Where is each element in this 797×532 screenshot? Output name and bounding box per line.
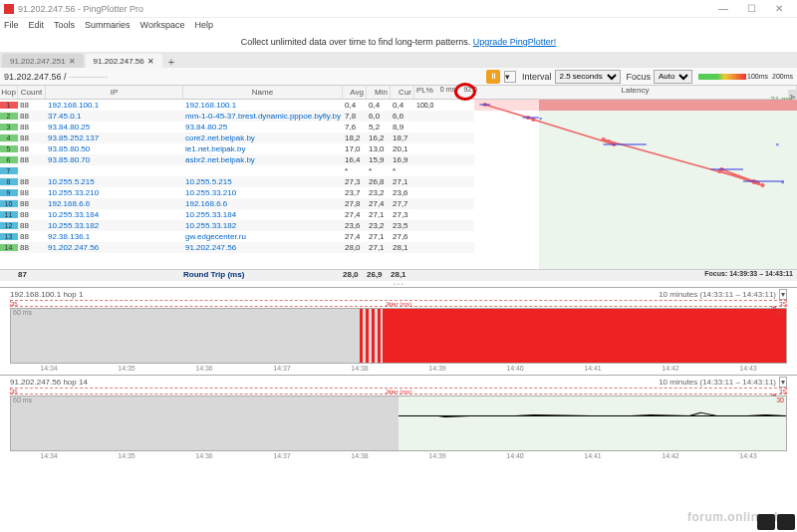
timeline-range: 10 minutes (14:33:11 – 14:43:11)	[659, 290, 776, 299]
target-tabs: 91.202.247.251✕ 91.202.247.56✕ +	[0, 52, 797, 68]
table-row[interactable]: 88810.255.5.21510.255.5.21527,326,827,1	[0, 176, 474, 187]
table-row[interactable]: 98810.255.33.21010.255.33.21023,723,223,…	[0, 187, 474, 198]
menu-bar: File Edit Tools Summaries Workspace Help	[0, 18, 797, 32]
focus-label: Focus	[627, 72, 652, 82]
pause-button[interactable]: ⏸	[486, 70, 500, 84]
timeline-config-button[interactable]: ▾	[779, 289, 787, 300]
table-row[interactable]: 58893.85.80.50ie1.net.belpak.by17,013,02…	[0, 143, 474, 154]
tab-target-2[interactable]: 91.202.247.56✕	[86, 54, 162, 68]
timeline-config-button[interactable]: ▾	[779, 377, 787, 388]
target-address: 91.202.247.56 / -------------	[4, 72, 108, 82]
menu-tools[interactable]: Tools	[54, 20, 75, 30]
col-ip[interactable]: IP	[46, 86, 183, 99]
focus-range: Focus: 14:39:33 – 14:43:11	[704, 270, 793, 277]
table-row[interactable]: 188192.168.100.1192.168.100.10,40,40,410…	[0, 100, 474, 111]
menu-edit[interactable]: Edit	[29, 20, 45, 30]
menu-summaries[interactable]: Summaries	[85, 20, 131, 30]
table-row[interactable]: 138892.38.136.1gw.edgecenter.ru27,427,12…	[0, 231, 474, 242]
promo-bar: Collect unlimited data over time to find…	[0, 32, 797, 52]
grid-header: Hop Count IP Name Avg Min Cur PL% 0 ms 9…	[0, 86, 797, 100]
table-row[interactable]: 1088192.168.6.6192.168.6.627,827,427,7	[0, 198, 474, 209]
tab-target-1[interactable]: 91.202.247.251✕	[2, 54, 84, 68]
settings-dropdown[interactable]: ▾	[504, 71, 516, 83]
timeline-hop-14: 91.202.247.56 hop 14 10 minutes (14:33:1…	[0, 375, 797, 462]
table-row[interactable]: 48893.85.252.137core2.net.belpak.by18,21…	[0, 133, 474, 143]
svg-point-12	[760, 183, 764, 187]
svg-text:×: ×	[781, 178, 785, 185]
table-row[interactable]: 68893.85.80.70asbr2.net.belpak.by16,415,…	[0, 154, 474, 165]
svg-text:×: ×	[775, 140, 779, 147]
table-row[interactable]: 118810.255.33.18410.255.33.18427,427,127…	[0, 209, 474, 220]
timeline-chart-1[interactable]: Latency (ms) Packet Loss % 60 ms 30	[10, 308, 787, 364]
trace-grid: 188192.168.100.1192.168.100.10,40,40,410…	[0, 100, 474, 269]
window-title: 91.202.247.56 - PingPlotter Pro	[18, 4, 709, 14]
interval-label: Interval	[522, 72, 552, 82]
summary-row: 87 Round Trip (ms) 28,0 26,9 28,1 Focus:…	[0, 269, 797, 281]
col-cur[interactable]: Cur	[391, 86, 414, 99]
menu-help[interactable]: Help	[194, 20, 213, 30]
col-hop[interactable]: Hop	[0, 86, 18, 99]
timeline-xaxis: 14:3414:3514:3614:3714:3814:3914:4014:41…	[0, 365, 797, 375]
svg-text:×: ×	[539, 115, 543, 122]
timeline-title: 91.202.247.56 hop 14	[10, 378, 88, 387]
table-row[interactable]: 7***	[0, 165, 474, 176]
minimize-button[interactable]: —	[709, 3, 737, 14]
svg-point-4	[607, 139, 611, 143]
close-icon[interactable]: ✕	[147, 57, 154, 66]
col-min[interactable]: Min	[367, 86, 391, 99]
latency-legend: 100ms 200ms	[698, 73, 793, 80]
table-row[interactable]: 128810.255.33.18210.255.33.18223,623,223…	[0, 220, 474, 231]
table-row[interactable]: 28837.45.0.1mm-1-0-45-37.brest.dynamic.p…	[0, 111, 474, 122]
close-icon[interactable]: ✕	[69, 57, 76, 66]
col-name[interactable]: Name	[183, 86, 343, 99]
col-avg[interactable]: Avg	[343, 86, 367, 99]
interval-select[interactable]: 2.5 seconds	[555, 70, 621, 84]
focus-select[interactable]: Auto	[654, 70, 692, 84]
tray-icon[interactable]	[777, 514, 795, 530]
col-latency[interactable]: Latency31 ms	[474, 86, 797, 99]
svg-point-2	[531, 118, 535, 122]
app-icon	[4, 4, 14, 14]
timeline-title: 192.168.100.1 hop 1	[10, 290, 83, 299]
menu-file[interactable]: File	[4, 20, 19, 30]
timeline-chart-2[interactable]: Latency (ms) Packet Loss % 60 ms 30	[10, 396, 787, 451]
timeline-xaxis: 14:3414:3514:3614:3714:3814:3914:4014:41…	[0, 452, 797, 462]
latency-graph[interactable]: ×××	[474, 100, 797, 269]
svg-point-5	[601, 137, 605, 141]
add-tab-button[interactable]: +	[164, 56, 178, 68]
upgrade-link[interactable]: Upgrade PingPlotter!	[473, 37, 557, 47]
table-row[interactable]: 38893.84.80.2593.84.80.257,65,28,9	[0, 122, 474, 133]
toolbar: 91.202.247.56 / ------------- ⏸ ▾ Interv…	[0, 68, 797, 86]
table-row[interactable]: 148891.202.247.5691.202.247.5628,027,128…	[0, 242, 474, 253]
col-count[interactable]: Count	[18, 86, 46, 99]
system-tray	[757, 514, 795, 530]
timeline-range: 10 minutes (14:33:11 – 14:43:11)	[659, 378, 776, 387]
menu-workspace[interactable]: Workspace	[140, 20, 185, 30]
tray-icon[interactable]	[757, 514, 775, 530]
maximize-button[interactable]: ☐	[737, 3, 765, 14]
round-trip-label: Round Trip (ms)	[183, 270, 343, 281]
col-pl[interactable]: PL% 0 ms 92.0	[414, 86, 474, 99]
timeline-hop-1: 192.168.100.1 hop 1 10 minutes (14:33:11…	[0, 287, 797, 375]
close-button[interactable]: ✕	[765, 3, 793, 14]
svg-point-10	[717, 169, 721, 173]
title-bar: 91.202.247.56 - PingPlotter Pro — ☐ ✕	[0, 0, 797, 18]
